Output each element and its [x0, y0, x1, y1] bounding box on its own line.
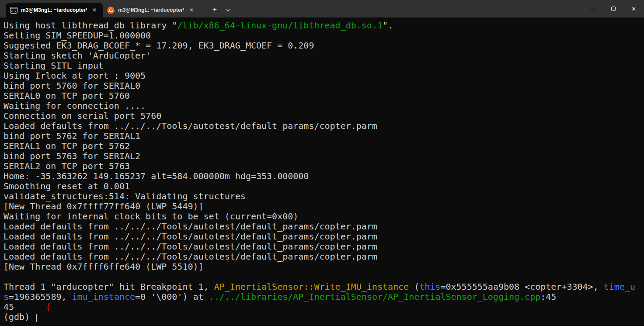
- terminal-line: [New Thread 0x7ffff6ffe640 (LWP 5510)]: [3, 262, 641, 272]
- terminal-line: Loaded defaults from ../../../Tools/auto…: [3, 252, 641, 262]
- tab-bar: c:\ m3@M3ngL: ~/arducopterV4. ✕ m3@M: [0, 0, 234, 17]
- tab-arducopter-v4[interactable]: c:\ m3@M3ngL: ~/arducopterV4. ✕: [6, 3, 103, 17]
- terminal-line: bind port 5760 for SERIAL0: [3, 81, 641, 91]
- tab-close-icon[interactable]: ✕: [90, 5, 99, 15]
- titlebar-drag-region[interactable]: [234, 0, 582, 17]
- terminal-line: Loaded defaults from ../../../Tools/auto…: [3, 242, 641, 252]
- terminal-line: SERIAL0 on TCP port 5760: [3, 91, 641, 101]
- maximize-icon: [611, 7, 616, 11]
- terminal-line: [New Thread 0x7ffff77ff640 (LWP 5449)]: [3, 201, 641, 212]
- chevron-down-icon: [226, 5, 230, 14]
- terminal-line: Starting sketch 'ArduCopter': [3, 51, 641, 61]
- terminal-line: bind port 5763 for SERIAL2: [3, 151, 641, 161]
- terminal-line: Loaded defaults from ../../../Tools/auto…: [3, 121, 641, 131]
- terminal-line: Setting SIM_SPEEDUP=1.000000: [3, 31, 641, 41]
- terminal-window: c:\ m3@M3ngL: ~/arducopterV4. ✕ m3@M: [0, 0, 644, 326]
- terminal-line: validate_structures:514: Validating stru…: [3, 191, 641, 201]
- terminal-line: Loaded defaults from ../../../Tools/auto…: [3, 232, 641, 242]
- terminal-line: Suggested EK3_DRAG_BCOEF_* = 17.209, EK3…: [3, 41, 641, 51]
- terminal-line: bind port 5762 for SERIAL1: [3, 131, 641, 141]
- terminal-line: Waiting for internal clock bits to be se…: [3, 212, 641, 222]
- tab-close-icon[interactable]: ✕: [187, 5, 196, 15]
- tab-title: m3@M3ngL: ~/arducopterV4.: [21, 7, 87, 13]
- terminal-line: Loaded defaults from ../../../Tools/auto…: [3, 222, 641, 232]
- terminal-line: Thread 1 "arducopter" hit Breakpoint 1, …: [3, 282, 641, 292]
- minimize-button[interactable]: [582, 0, 603, 17]
- tab-separator: [206, 7, 206, 14]
- terminal-line: Home: -35.363262 149.165237 alt=584.0000…: [3, 171, 641, 181]
- terminal-cursor: [36, 314, 37, 322]
- window-controls: ✕: [582, 0, 644, 17]
- terminal-line: s=196365589, imu_instance=0 '\000') at .…: [3, 292, 641, 302]
- close-icon: ✕: [631, 6, 636, 12]
- terminal-line: Using host libthread_db library "/lib/x8…: [3, 21, 641, 31]
- terminal-line: (gdb): [3, 312, 641, 322]
- terminal-line: SERIAL1 on TCP port 5762: [3, 141, 641, 151]
- new-tab-button[interactable]: +: [208, 3, 221, 16]
- terminal-line: Using Irlock at port : 9005: [3, 71, 641, 81]
- terminal-output[interactable]: Using host libthread_db library "/lib/x8…: [0, 17, 644, 326]
- minimize-icon: [590, 9, 595, 9]
- ubuntu-icon: [107, 7, 115, 14]
- terminal-line: Starting SITL input: [3, 61, 641, 71]
- terminal-line: Smoothing reset at 0.001: [3, 181, 641, 191]
- tab-dropdown-button[interactable]: [221, 3, 234, 16]
- tab-title: m3@M3ngL: ~/arducopterV4.6: [118, 7, 184, 13]
- terminal-line: SERIAL2 on TCP port 5763: [3, 161, 641, 171]
- terminal-line: Waiting for connection ....: [3, 101, 641, 111]
- tab-arducopter-v46[interactable]: m3@M3ngL: ~/arducopterV4.6 ✕: [103, 3, 200, 17]
- maximize-button[interactable]: [603, 0, 623, 17]
- terminal-line: [3, 272, 641, 282]
- terminal-line: Connection on serial port 5760: [3, 111, 641, 121]
- close-button[interactable]: ✕: [623, 0, 644, 17]
- titlebar: c:\ m3@M3ngL: ~/arducopterV4. ✕ m3@M: [0, 0, 644, 17]
- cmd-icon: c:\: [10, 7, 17, 14]
- terminal-line: 45 {: [3, 302, 641, 312]
- svg-text:c:\: c:\: [11, 9, 17, 13]
